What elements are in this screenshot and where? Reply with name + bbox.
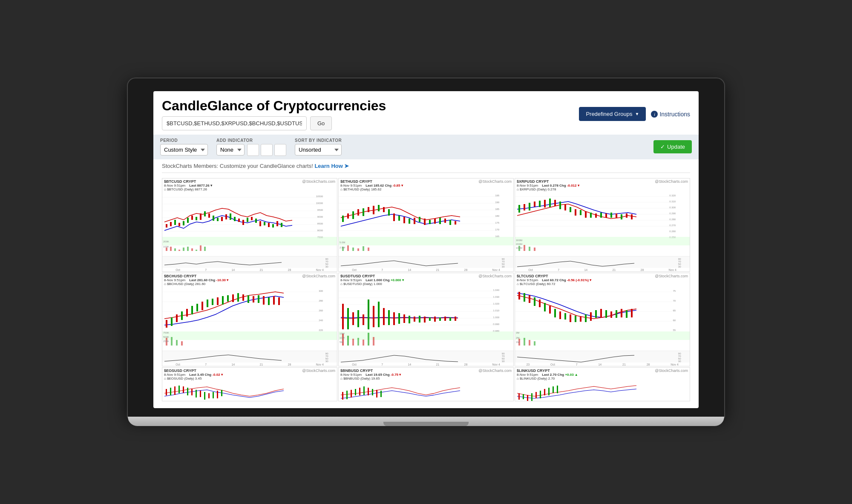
svg-rect-79 [368,207,369,212]
svg-rect-199 [181,341,183,346]
predefined-groups-button[interactable]: Predefined Groups ▼ [579,107,646,121]
svg-rect-275 [539,300,541,307]
svg-rect-144 [610,213,612,218]
svg-rect-208 [339,287,513,351]
indicator-select[interactable]: None [216,144,245,156]
svg-rect-126 [518,205,520,213]
svg-rect-44 [174,248,176,251]
svg-text:1M: 1M [516,341,519,343]
svg-rect-273 [529,295,530,303]
svg-rect-294 [515,331,690,340]
svg-rect-174 [176,314,178,322]
svg-rect-233 [398,313,400,324]
svg-rect-274 [534,297,535,306]
svg-rect-111 [515,192,690,256]
svg-rect-251 [368,333,369,346]
svg-rect-311 [178,386,180,393]
svg-rect-17 [178,223,180,226]
svg-rect-261 [515,287,690,351]
update-button[interactable]: ✓ Update [653,140,692,153]
svg-rect-331 [376,390,377,397]
svg-rect-80 [373,206,374,214]
svg-text:30: 30 [502,265,505,268]
svg-rect-319 [213,392,214,398]
chart-ltcusd[interactable]: $LTCUSD CRYPT @StockCharts.com 8-Nov 9:5… [515,273,690,366]
svg-rect-37 [264,222,265,225]
chart-usdtusd[interactable]: $USDTUSD CRYPT @StockCharts.com 8-Nov 9:… [338,273,514,366]
symbol-input[interactable] [162,116,307,130]
svg-rect-325 [351,390,352,397]
svg-rect-225 [357,310,359,327]
svg-rect-226 [363,314,364,325]
chart-bchusd[interactable]: $BCHUSD CRYPT @StockCharts.com 8-Nov 9:5… [162,273,337,366]
indicator-box-2[interactable] [261,144,273,156]
svg-rect-89 [419,217,420,222]
svg-rect-243 [449,317,451,321]
svg-rect-286 [595,310,597,318]
svg-text:2M: 2M [516,337,519,339]
svg-rect-35 [255,219,257,223]
svg-rect-203 [162,351,337,363]
screen: CandleGlance of Cryptocurrencies Go Pred… [153,91,699,408]
learn-how-link[interactable]: Learn How ➤ [314,163,349,169]
svg-text:65: 65 [673,309,676,312]
go-button[interactable]: Go [310,116,332,130]
svg-rect-337 [531,393,532,401]
svg-rect-279 [559,311,561,319]
svg-rect-88 [414,218,415,224]
laptop-container: CandleGlance of Cryptocurrencies Go Pred… [128,78,724,426]
svg-rect-94 [444,219,446,223]
svg-rect-132 [549,199,551,207]
svg-rect-289 [610,311,612,318]
sort-control: SORT BY INDICATOR Unsorted [295,138,342,156]
svg-text:75: 75 [673,290,676,292]
chart-eosusd[interactable]: $EOSUSD CRYPT @StockCharts.com 8-Nov 9:5… [162,367,337,401]
svg-rect-153 [534,248,535,251]
indicator-box-3[interactable] [274,144,286,156]
instructions-link[interactable]: i Instructions [651,111,690,118]
svg-rect-146 [621,214,622,219]
svg-rect-18 [183,221,184,225]
svg-rect-276 [544,303,546,311]
svg-rect-224 [352,312,354,325]
period-select[interactable]: Custom Style [160,144,208,156]
svg-rect-99 [347,245,349,251]
chart-linkusd[interactable]: $LINKUSD CRYPT @StockCharts.com 8-Nov 9:… [515,367,690,401]
svg-text:30: 30 [502,360,505,363]
svg-rect-41 [281,223,282,227]
svg-rect-172 [166,320,167,328]
svg-rect-252 [373,337,374,346]
svg-rect-336 [527,395,528,401]
svg-rect-317 [204,392,205,400]
svg-rect-14 [166,224,167,228]
chart-ethusd[interactable]: $ETHUSD CRYPT @StockCharts.com 8-Nov 9:5… [338,178,514,272]
indicator-box-1[interactable] [247,144,259,156]
svg-rect-234 [403,314,405,323]
svg-rect-326 [355,389,356,395]
svg-rect-240 [434,317,436,322]
svg-rect-91 [429,220,431,224]
svg-rect-42 [166,248,167,251]
svg-rect-190 [258,295,259,303]
svg-rect-45 [178,250,180,251]
svg-text:100K: 100K [163,245,169,248]
svg-rect-38 [268,223,270,227]
svg-rect-48 [191,248,193,251]
svg-rect-310 [174,386,176,395]
svg-rect-320 [217,391,218,398]
svg-rect-81 [378,205,380,211]
svg-rect-188 [248,295,249,303]
charts-grid: $BTCUSD CRYPT @StockCharts.com 8-Nov 9:5… [162,178,690,401]
svg-rect-173 [171,317,173,326]
svg-text:750K: 750K [163,331,169,334]
chart-btcusd[interactable]: $BTCUSD CRYPT @StockCharts.com 8-Nov 9:5… [162,178,337,272]
svg-rect-131 [544,200,546,207]
svg-rect-82 [383,207,385,212]
svg-rect-241 [439,317,441,321]
chart-bnbusd[interactable]: $BNBUSD CRYPT @StockCharts.com 8-Nov 9:5… [338,367,514,401]
sort-select[interactable]: Unsorted [295,144,342,156]
svg-text:0.260: 0.260 [669,230,676,233]
svg-rect-31 [238,219,240,222]
chart-xrpusd[interactable]: $XRPUSD CRYPT @StockCharts.com 8-Nov 9:5… [515,178,690,272]
svg-text:220: 220 [319,329,323,331]
